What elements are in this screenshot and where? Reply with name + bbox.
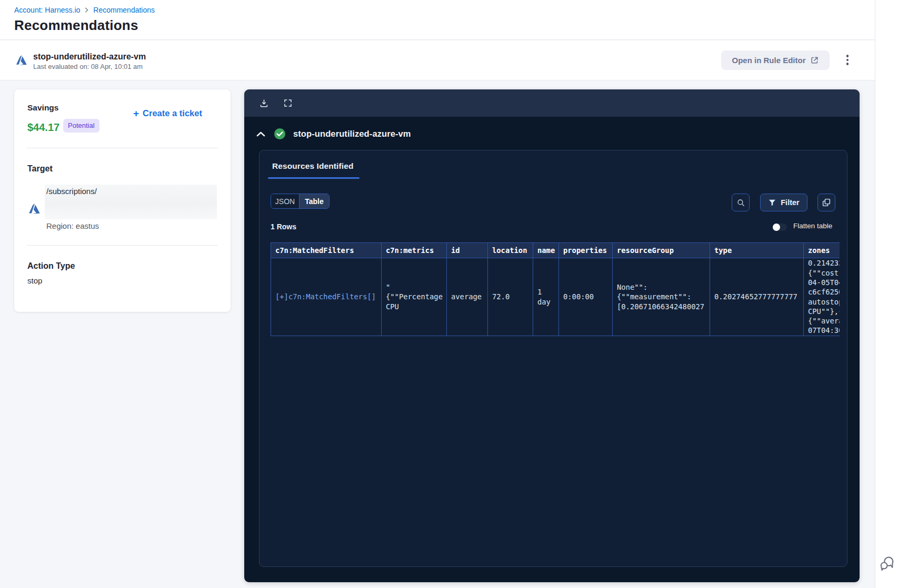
target-region: Region: eastus	[46, 221, 99, 230]
plus-icon: +	[133, 110, 139, 117]
column-header[interactable]: id	[447, 243, 488, 258]
action-type-label: Action Type	[27, 261, 75, 271]
cell-metrics: " {""Percentage CPU	[382, 258, 447, 336]
cell-zones: 0.214233 {""cost[ 04-05T04 c6cf6250 auto…	[804, 258, 840, 336]
breadcrumb: Account: Harness.io Recommendations	[14, 6, 155, 14]
column-header[interactable]: name	[533, 243, 559, 258]
last-evaluated-text: Last evaluated on: 08 Apr, 10:01 am	[33, 63, 143, 70]
flatten-table-toggle[interactable]	[773, 224, 787, 231]
results-table-wrapper: c7n:MatchedFilters c7n:metrics id locati…	[271, 242, 840, 337]
right-rail	[875, 0, 898, 588]
external-link-icon	[810, 56, 819, 65]
filter-button[interactable]: Filter	[760, 194, 807, 211]
content-area: Savings + Create a ticket $44.17 Potenti…	[0, 81, 875, 588]
help-chat-icon[interactable]	[878, 554, 896, 572]
recommendation-summary-card: Savings + Create a ticket $44.17 Potenti…	[14, 89, 231, 312]
cell-resource-group: None"": {""measurement"": [0.20671066342…	[613, 258, 710, 336]
active-tab-underline	[268, 177, 360, 179]
view-json-button[interactable]: JSON	[271, 194, 299, 208]
target-label: Target	[27, 164, 53, 174]
column-header[interactable]: zones	[804, 243, 840, 258]
action-type-value: stop	[27, 276, 42, 285]
toggle-knob	[773, 224, 780, 231]
breadcrumb-separator-icon	[84, 7, 89, 14]
target-path: /subscriptions/	[46, 187, 97, 196]
table-row: [+]c7n:MatchedFilters[] " {""Percentage …	[271, 258, 840, 336]
card-divider	[27, 245, 218, 246]
collapse-chevron-icon[interactable]	[252, 126, 269, 143]
table-header-row: c7n:MatchedFilters c7n:metrics id locati…	[271, 242, 840, 258]
card-divider	[27, 148, 218, 148]
panel-toolbar	[244, 89, 860, 117]
recommendation-header: stop-underutilized-azure-vm Last evaluat…	[0, 40, 875, 80]
column-header[interactable]: c7n:metrics	[382, 243, 447, 258]
matched-filters-expand-link[interactable]: [+]c7n:MatchedFilters[]	[275, 292, 377, 301]
results-table: c7n:MatchedFilters c7n:metrics id locati…	[271, 242, 840, 336]
cell-name: 1 day	[533, 258, 559, 336]
azure-logo-icon	[15, 54, 28, 67]
view-table-button[interactable]: Table	[299, 194, 329, 208]
open-in-rule-editor-label: Open in Rule Editor	[732, 56, 805, 65]
savings-amount: $44.17	[27, 121, 59, 134]
tab-resources-identified[interactable]: Resources Identified	[272, 161, 353, 171]
breadcrumb-recommendations-link[interactable]: Recommendations	[93, 6, 155, 14]
fullscreen-icon[interactable]	[282, 97, 294, 109]
recommendation-name: stop-underutilized-azure-vm	[33, 52, 146, 62]
breadcrumb-account-link[interactable]: Account: Harness.io	[14, 6, 80, 14]
create-ticket-button[interactable]: + Create a ticket	[133, 108, 202, 118]
column-header[interactable]: location	[488, 243, 533, 258]
filter-label: Filter	[781, 198, 799, 207]
page-title: Recommendations	[14, 17, 138, 34]
resources-panel: Resources Identified JSON Table F	[259, 150, 847, 567]
open-in-rule-editor-button[interactable]: Open in Rule Editor	[721, 50, 830, 70]
evaluation-results-panel: stop-underutilized-azure-vm Resources Id…	[244, 89, 860, 582]
cell-matched-filters: [+]c7n:MatchedFilters[]	[271, 258, 382, 336]
download-icon[interactable]	[257, 97, 270, 109]
column-header[interactable]: resourceGroup	[613, 243, 710, 258]
savings-label: Savings	[27, 103, 58, 113]
rows-count: 1 Rows	[271, 222, 296, 231]
rule-section-title: stop-underutilized-azure-vm	[293, 129, 411, 139]
potential-badge: Potential	[63, 119, 99, 133]
copy-button[interactable]	[817, 194, 835, 211]
cell-properties: 0:00:00	[559, 258, 613, 336]
search-button[interactable]	[732, 194, 750, 211]
view-mode-toggle: JSON Table	[271, 194, 330, 209]
cell-location: 72.0	[488, 258, 533, 336]
top-bar: Account: Harness.io Recommendations Reco…	[0, 0, 875, 40]
panel-body: stop-underutilized-azure-vm Resources Id…	[244, 117, 860, 582]
flatten-table-label: Flatten table	[793, 222, 832, 230]
create-ticket-label: Create a ticket	[143, 108, 202, 118]
filter-funnel-icon	[768, 198, 776, 207]
more-options-kebab-button[interactable]	[841, 51, 854, 69]
column-header[interactable]: type	[710, 243, 804, 258]
cell-id: average	[447, 258, 488, 336]
azure-target-icon	[27, 202, 41, 216]
column-header[interactable]: c7n:MatchedFilters	[271, 243, 382, 258]
cell-type: 0.20274652777777777	[710, 258, 804, 336]
column-header[interactable]: properties	[559, 243, 613, 258]
success-check-icon	[274, 128, 286, 140]
